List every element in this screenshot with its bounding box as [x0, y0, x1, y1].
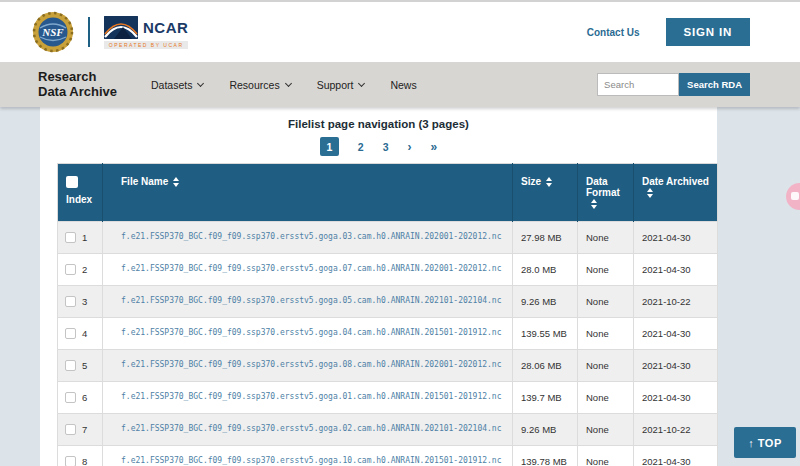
- nav-item-datasets[interactable]: Datasets: [151, 79, 203, 91]
- sort-arrows-icon[interactable]: [591, 199, 597, 209]
- date-archived: 2021-04-30: [634, 350, 718, 382]
- sort-arrows-icon[interactable]: [647, 188, 653, 198]
- row-index: 2: [82, 264, 87, 275]
- column-header-file-name[interactable]: File Name: [103, 164, 513, 222]
- search-input[interactable]: [597, 73, 679, 96]
- site-title[interactable]: Research Data Archive: [38, 70, 117, 100]
- file-name-link[interactable]: f.e21.FSSP370_BGC.f09_f09.ssp370.ersstv5…: [103, 382, 513, 414]
- page-button-3[interactable]: 3: [383, 141, 389, 153]
- top-header: NSF NCAR OPERATED BY UCAR Contact Us SIG…: [0, 0, 800, 62]
- sort-arrows-icon[interactable]: [546, 177, 552, 187]
- row-index: 8: [82, 456, 87, 466]
- sign-in-button[interactable]: SIGN IN: [666, 18, 750, 46]
- sort-arrows-icon[interactable]: [173, 177, 179, 187]
- row-index-cell: 7: [58, 414, 103, 446]
- file-size: 28.0 MB: [513, 254, 578, 286]
- file-table-body: 1 f.e21.FSSP370_BGC.f09_f09.ssp370.ersst…: [58, 222, 718, 466]
- file-size: 139.55 MB: [513, 318, 578, 350]
- row-index: 7: [82, 424, 87, 435]
- last-page-button[interactable]: »: [431, 140, 438, 154]
- date-archived: 2021-04-30: [634, 446, 718, 466]
- next-page-button[interactable]: ›: [408, 140, 412, 154]
- ncar-logo[interactable]: NCAR OPERATED BY UCAR: [104, 16, 188, 49]
- row-index-cell: 3: [58, 286, 103, 318]
- logo-group: NSF NCAR OPERATED BY UCAR: [32, 11, 188, 53]
- table-row: 4 f.e21.FSSP370_BGC.f09_f09.ssp370.ersst…: [58, 318, 718, 350]
- file-name-link[interactable]: f.e21.FSSP370_BGC.f09_f09.ssp370.ersstv5…: [103, 318, 513, 350]
- chevron-down-icon: [285, 80, 292, 87]
- file-name-link[interactable]: f.e21.FSSP370_BGC.f09_f09.ssp370.ersstv5…: [103, 222, 513, 254]
- date-archived: 2021-04-30: [634, 382, 718, 414]
- nav-item-resources[interactable]: Resources: [229, 79, 290, 91]
- table-row: 3 f.e21.FSSP370_BGC.f09_f09.ssp370.ersst…: [58, 286, 718, 318]
- date-archived: 2021-04-30: [634, 222, 718, 254]
- filelist-table: Index File Name Size Data Format Date Ar…: [57, 163, 718, 466]
- data-format: None: [578, 222, 634, 254]
- pagination: 1 2 3 › »: [40, 137, 717, 156]
- file-size: 9.26 MB: [513, 414, 578, 446]
- chevron-down-icon: [358, 80, 365, 87]
- data-format: None: [578, 350, 634, 382]
- row-checkbox[interactable]: [65, 264, 76, 275]
- file-name-link[interactable]: f.e21.FSSP370_BGC.f09_f09.ssp370.ersstv5…: [103, 414, 513, 446]
- file-size: 139.78 MB: [513, 446, 578, 466]
- search-rda-button[interactable]: Search RDA: [679, 73, 750, 96]
- main-navbar: Research Data Archive Datasets Resources…: [0, 62, 800, 107]
- row-index-cell: 4: [58, 318, 103, 350]
- column-header-data-format[interactable]: Data Format: [578, 164, 634, 222]
- row-checkbox[interactable]: [65, 392, 76, 403]
- row-checkbox[interactable]: [65, 456, 76, 466]
- row-index: 4: [82, 328, 87, 339]
- column-header-size[interactable]: Size: [513, 164, 578, 222]
- ncar-logo-text: NCAR: [143, 19, 188, 36]
- ncar-logo-icon: [104, 16, 138, 39]
- data-format: None: [578, 446, 634, 466]
- row-index-cell: 6: [58, 382, 103, 414]
- nav-item-support[interactable]: Support: [317, 79, 365, 91]
- row-index: 5: [82, 360, 87, 371]
- contact-us-link[interactable]: Contact Us: [587, 27, 640, 38]
- site-title-line1: Research: [38, 70, 117, 85]
- column-header-date-archived[interactable]: Date Archived: [634, 164, 718, 222]
- data-format: None: [578, 318, 634, 350]
- table-row: 5 f.e21.FSSP370_BGC.f09_f09.ssp370.ersst…: [58, 350, 718, 382]
- table-row: 8 f.e21.FSSP370_BGC.f09_f09.ssp370.ersst…: [58, 446, 718, 466]
- nsf-logo-icon[interactable]: NSF: [32, 11, 74, 53]
- page-button-2[interactable]: 2: [358, 141, 364, 153]
- table-row: 2 f.e21.FSSP370_BGC.f09_f09.ssp370.ersst…: [58, 254, 718, 286]
- row-checkbox[interactable]: [65, 328, 76, 339]
- data-format: None: [578, 382, 634, 414]
- feedback-widget[interactable]: [786, 183, 800, 210]
- file-name-link[interactable]: f.e21.FSSP370_BGC.f09_f09.ssp370.ersstv5…: [103, 350, 513, 382]
- row-checkbox[interactable]: [65, 296, 76, 307]
- data-format: None: [578, 414, 634, 446]
- data-format: None: [578, 254, 634, 286]
- row-index-cell: 8: [58, 446, 103, 466]
- row-index-cell: 2: [58, 254, 103, 286]
- chevron-down-icon: [197, 80, 204, 87]
- row-checkbox[interactable]: [65, 232, 76, 243]
- date-archived: 2021-10-22: [634, 286, 718, 318]
- date-archived: 2021-04-30: [634, 318, 718, 350]
- filelist-navigation-title: Filelist page navigation (3 pages): [40, 118, 717, 130]
- table-row: 1 f.e21.FSSP370_BGC.f09_f09.ssp370.ersst…: [58, 222, 718, 254]
- ncar-logo-subtext: OPERATED BY UCAR: [104, 41, 188, 49]
- date-archived: 2021-04-30: [634, 254, 718, 286]
- file-name-link[interactable]: f.e21.FSSP370_BGC.f09_f09.ssp370.ersstv5…: [103, 254, 513, 286]
- site-title-line2: Data Archive: [38, 85, 117, 100]
- back-to-top-button[interactable]: ↑ TOP: [734, 427, 796, 458]
- row-checkbox[interactable]: [65, 360, 76, 371]
- row-checkbox[interactable]: [65, 424, 76, 435]
- file-size: 139.7 MB: [513, 382, 578, 414]
- row-index-cell: 5: [58, 350, 103, 382]
- table-header-row: Index File Name Size Data Format Date Ar…: [58, 164, 718, 222]
- page-button-1[interactable]: 1: [320, 137, 339, 156]
- row-index: 6: [82, 392, 87, 403]
- up-arrow-icon: ↑: [748, 437, 754, 449]
- select-all-checkbox[interactable]: [66, 176, 78, 188]
- file-name-link[interactable]: f.e21.FSSP370_BGC.f09_f09.ssp370.ersstv5…: [103, 446, 513, 466]
- nav-item-news[interactable]: News: [390, 79, 416, 91]
- logo-divider: [88, 17, 90, 47]
- file-name-link[interactable]: f.e21.FSSP370_BGC.f09_f09.ssp370.ersstv5…: [103, 286, 513, 318]
- table-row: 7 f.e21.FSSP370_BGC.f09_f09.ssp370.ersst…: [58, 414, 718, 446]
